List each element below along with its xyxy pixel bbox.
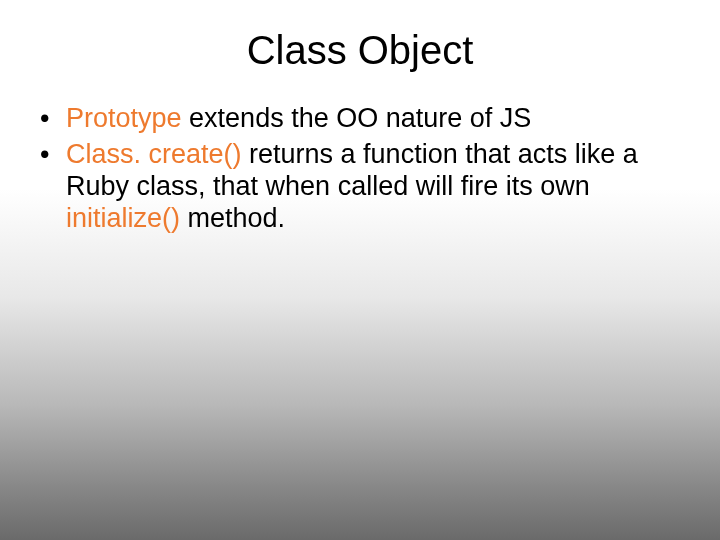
bullet-list: Prototype extends the OO nature of JS Cl…: [36, 103, 672, 234]
slide: Class Object Prototype extends the OO na…: [0, 0, 720, 540]
slide-content: Prototype extends the OO nature of JS Cl…: [0, 103, 720, 234]
bullet-text-mid: extends the OO nature of JS: [182, 103, 532, 133]
list-item: Prototype extends the OO nature of JS: [36, 103, 672, 135]
bullet-highlight-2: initialize(): [66, 203, 180, 233]
list-item: Class. create() returns a function that …: [36, 139, 672, 235]
bullet-highlight: Prototype: [66, 103, 182, 133]
bullet-highlight: Class. create(): [66, 139, 242, 169]
slide-title: Class Object: [0, 0, 720, 103]
bullet-text-post: method.: [180, 203, 285, 233]
